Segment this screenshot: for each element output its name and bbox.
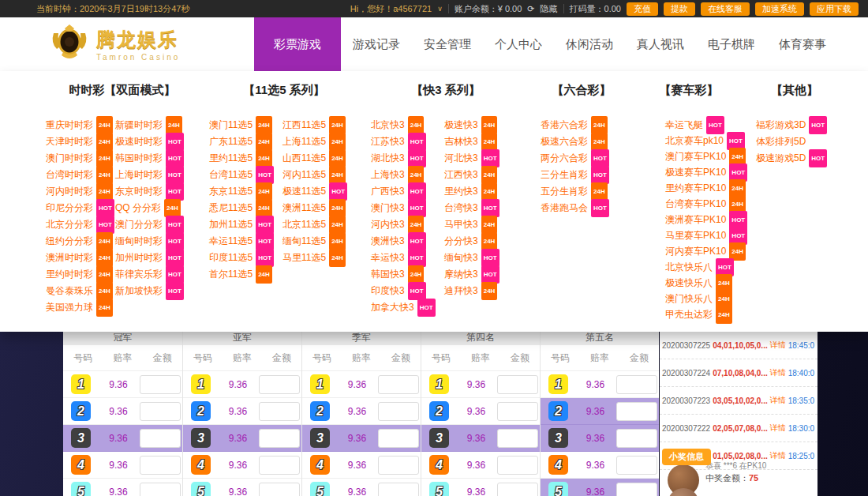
bet-amount-input[interactable] <box>378 429 419 448</box>
menu-item[interactable]: 澳洲时时彩24H <box>46 250 113 266</box>
bet-number-badge[interactable]: 3 <box>191 428 211 448</box>
bet-amount-input[interactable] <box>497 429 538 448</box>
app-download-button[interactable]: 应用下载 <box>810 2 859 16</box>
menu-item[interactable]: 菲律宾乐彩HOT <box>115 266 184 283</box>
menu-item[interactable]: 山西11选524H <box>282 150 346 167</box>
bet-number-badge[interactable]: 2 <box>71 401 91 421</box>
menu-item[interactable]: 北京快324H <box>371 117 424 133</box>
menu-item[interactable]: 幸运快3HOT <box>371 250 426 266</box>
chevron-down-icon[interactable]: ∨ <box>437 5 443 13</box>
bet-amount-input[interactable] <box>140 483 181 496</box>
menu-item[interactable]: 里约11选524H <box>209 150 272 167</box>
menu-item[interactable]: 马里赛车PK10HOT <box>665 227 747 244</box>
bet-number-badge[interactable]: 3 <box>71 428 91 448</box>
bet-amount-input[interactable] <box>616 483 657 496</box>
bet-number-badge[interactable]: 4 <box>310 455 330 475</box>
menu-item[interactable]: 澳门快乐八24H <box>665 291 732 307</box>
speedup-system-button[interactable]: 加速系统 <box>755 2 804 16</box>
menu-item[interactable]: 重庆时时彩24H <box>46 117 113 133</box>
menu-item[interactable]: 河内11选524H <box>282 167 346 183</box>
menu-item[interactable]: QQ 分分彩24H <box>115 200 181 216</box>
nav-tab-1[interactable]: 彩票游戏 <box>254 17 341 71</box>
menu-item[interactable]: 极速六合彩24H <box>541 133 608 150</box>
menu-item[interactable]: 河内时时彩24H <box>46 183 113 200</box>
bet-number-badge[interactable]: 3 <box>548 428 568 448</box>
menu-item[interactable]: 北京赛车pk10HOT <box>665 133 745 149</box>
bet-amount-input[interactable] <box>140 429 181 448</box>
menu-item[interactable]: 东京11选524H <box>209 183 272 200</box>
menu-item[interactable]: 北京快乐八HOT <box>665 259 734 276</box>
bet-amount-input[interactable] <box>259 402 300 421</box>
bet-number-badge[interactable]: 1 <box>191 374 211 394</box>
bet-amount-input[interactable] <box>497 375 538 394</box>
bet-number-badge[interactable]: 2 <box>429 401 449 421</box>
nav-tab-4[interactable]: 个人中心 <box>483 17 554 71</box>
bet-amount-input[interactable] <box>378 456 419 475</box>
result-detail-link[interactable]: 详情 <box>770 395 786 406</box>
bet-amount-input[interactable] <box>378 375 419 394</box>
bet-amount-input[interactable] <box>140 456 181 475</box>
menu-item[interactable]: 澳门11选524H <box>209 117 272 133</box>
nav-tab-2[interactable]: 游戏记录 <box>341 17 412 71</box>
menu-item[interactable]: 幸运飞艇HOT <box>665 117 724 133</box>
menu-item[interactable]: 上海时时彩HOT <box>115 167 184 183</box>
menu-item[interactable]: 江西11选524H <box>282 117 346 133</box>
bet-number-badge[interactable]: 1 <box>310 374 330 394</box>
menu-item[interactable]: 体彩排列5D <box>756 133 806 150</box>
menu-item[interactable]: 江苏快3HOT <box>371 133 426 150</box>
menu-item[interactable]: 台湾时时彩24H <box>46 167 113 183</box>
site-logo[interactable]: 腾龙娱乐 Tamron Casino <box>49 22 180 66</box>
bet-amount-input[interactable] <box>616 456 657 475</box>
menu-item[interactable]: 广东11选524H <box>209 133 272 150</box>
menu-item[interactable]: 上海快324H <box>371 167 424 183</box>
menu-item[interactable]: 江西快324H <box>444 167 497 183</box>
nav-tab-7[interactable]: 电子棋牌 <box>696 17 767 71</box>
bet-number-badge[interactable]: 1 <box>429 374 449 394</box>
menu-item[interactable]: 印尼分分彩HOT <box>46 200 114 216</box>
menu-item[interactable]: 天津时时彩24H <box>46 133 113 150</box>
bet-amount-input[interactable] <box>259 483 300 496</box>
menu-item[interactable]: 韩国快324H <box>371 266 424 283</box>
menu-item[interactable]: 极速游戏5DHOT <box>756 150 827 167</box>
nav-tab-3[interactable]: 安全管理 <box>412 17 483 71</box>
menu-item[interactable]: 北京11选524H <box>282 216 346 233</box>
menu-item[interactable]: 马里11选524H <box>282 250 346 266</box>
menu-item[interactable]: 台湾快3HOT <box>444 200 499 216</box>
menu-item[interactable]: 印度11选5HOT <box>209 250 274 266</box>
bet-number-badge[interactable]: 4 <box>548 455 568 475</box>
menu-item[interactable]: 缅甸快3HOT <box>444 250 499 266</box>
menu-item[interactable]: 河内快324H <box>371 216 424 233</box>
menu-item[interactable]: 马甲快324H <box>444 216 497 233</box>
menu-item[interactable]: 澳洲快3HOT <box>371 233 426 250</box>
menu-item[interactable]: 缅甸时时彩HOT <box>115 233 184 250</box>
bet-number-badge[interactable]: 2 <box>548 401 568 421</box>
bet-number-badge[interactable]: 2 <box>191 401 211 421</box>
bet-amount-input[interactable] <box>259 375 300 394</box>
menu-item[interactable]: 湖北快3HOT <box>371 150 426 167</box>
bet-number-badge[interactable]: 2 <box>310 401 330 421</box>
result-detail-link[interactable]: 详情 <box>770 367 786 378</box>
menu-item[interactable]: 里约快324H <box>444 183 497 200</box>
bet-number-badge[interactable]: 1 <box>548 374 568 394</box>
online-service-button[interactable]: 在线客服 <box>701 2 750 16</box>
bet-number-badge[interactable]: 5 <box>191 482 211 496</box>
menu-item[interactable]: 澳门时时彩24H <box>46 150 113 167</box>
menu-item[interactable]: 五分生肖彩24H <box>541 183 608 200</box>
menu-item[interactable]: 里约赛车PK1024H <box>665 180 746 197</box>
result-detail-link[interactable]: 详情 <box>770 423 786 434</box>
result-detail-link[interactable]: 详情 <box>770 450 786 461</box>
menu-item[interactable]: 河内赛车PK1024H <box>665 243 746 260</box>
menu-item[interactable]: 首尔11选524H <box>209 266 272 283</box>
menu-item[interactable]: 三分生肖彩HOT <box>541 167 609 183</box>
menu-item[interactable]: 台湾11选5HOT <box>209 167 274 183</box>
menu-item[interactable]: 吉林快324H <box>444 133 497 150</box>
menu-item[interactable]: 东京时时彩HOT <box>115 183 184 200</box>
menu-item[interactable]: 北京分分彩HOT <box>46 216 114 233</box>
menu-item[interactable]: 悉尼11选524H <box>209 200 272 216</box>
deposit-button[interactable]: 充值 <box>627 2 658 16</box>
menu-item[interactable]: 极速时时彩HOT <box>115 133 184 150</box>
menu-item[interactable]: 加州时时彩HOT <box>115 250 184 266</box>
bet-number-badge[interactable]: 4 <box>429 455 449 475</box>
bet-amount-input[interactable] <box>140 402 181 421</box>
menu-item[interactable]: 美国强力球24H <box>46 299 113 316</box>
